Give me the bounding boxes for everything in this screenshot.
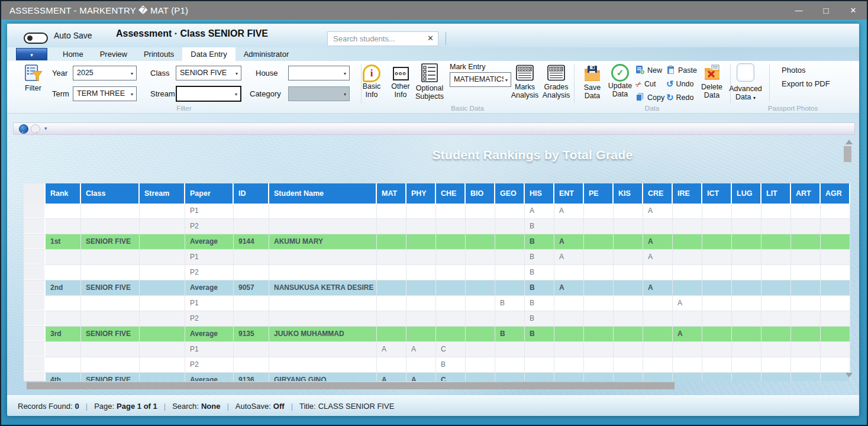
grid-cell[interactable] [554,373,584,381]
grid-cell[interactable] [732,373,761,381]
grid-cell[interactable] [495,311,525,326]
grid-cell[interactable] [377,204,406,218]
grid-cell[interactable] [525,357,554,372]
grid-cell[interactable] [761,234,791,249]
back-button[interactable]: ← [19,124,28,134]
grid-cell[interactable] [495,250,525,264]
grid-cell[interactable] [81,265,140,280]
grid-cell[interactable] [406,311,436,326]
grid-cell[interactable] [673,204,702,218]
grid-cell[interactable]: Average [185,234,234,249]
grid-cell[interactable] [584,250,614,264]
grid-cell[interactable] [406,234,436,249]
grid-cell[interactable]: A [377,373,406,381]
grid-cell[interactable] [377,250,406,264]
grid-cell[interactable] [406,296,436,311]
grid-cell[interactable] [821,234,850,249]
grid-cell[interactable] [614,327,643,341]
grid-cell[interactable] [406,250,436,264]
grid-cell[interactable] [584,296,614,311]
grid-cell[interactable] [702,342,732,357]
grid-cell[interactable] [406,357,436,372]
tab-administrator[interactable]: Administrator [235,47,298,61]
search-clear-icon[interactable]: ✕ [427,34,434,43]
close-button[interactable]: ✕ [840,1,867,20]
grid-cell[interactable]: B [525,219,554,234]
grid-cell[interactable] [761,250,791,264]
house-select[interactable]: ▾ [288,66,350,80]
grid-cell[interactable] [436,327,466,341]
grid-cell[interactable] [791,204,821,218]
grid-cell[interactable] [761,280,791,295]
cut-button[interactable]: ✂ Cut [635,79,656,89]
forward-button[interactable]: → [31,124,40,134]
grid-cell[interactable] [466,265,495,280]
grid-cell[interactable] [140,373,185,381]
row-header-cell[interactable] [24,311,46,326]
grid-cell[interactable] [614,296,643,311]
grid-cell[interactable] [614,219,643,234]
grid-cell[interactable] [584,357,614,372]
grid-cell[interactable] [234,296,269,311]
grid-cell[interactable] [234,342,269,357]
grid-cell[interactable] [140,234,185,249]
grid-cell[interactable] [436,311,466,326]
grid-cell[interactable]: A [406,342,436,357]
grid-cell[interactable]: B [495,327,525,341]
grid-cell[interactable] [732,234,761,249]
grid-cell[interactable] [732,204,761,218]
grid-cell[interactable] [702,250,732,264]
grid-cell[interactable] [495,265,525,280]
grid-cell[interactable] [791,327,821,341]
grid-cell[interactable]: Average [185,327,234,341]
horizontal-scrollbar-thumb[interactable] [27,382,675,389]
scroll-up-arrow[interactable] [846,140,853,144]
grid-cell[interactable] [791,280,821,295]
grid-cell[interactable]: P1 [185,342,234,357]
grid-cell[interactable] [46,342,81,357]
grid-cell[interactable] [377,265,406,280]
grid-cell[interactable] [525,342,554,357]
nav-history-dropdown[interactable]: ▾ [44,125,47,131]
grid-cell[interactable] [406,327,436,341]
undo-button[interactable]: ↺ Undo [666,79,693,89]
grid-cell[interactable] [791,357,821,372]
grid-cell[interactable] [269,342,377,357]
grid-cell[interactable] [140,265,185,280]
grid-cell[interactable] [554,327,584,341]
app-menu-button[interactable]: ▾ [16,48,47,60]
grid-cell[interactable] [673,250,702,264]
grid-cell[interactable] [791,219,821,234]
grid-cell[interactable] [584,327,614,341]
grid-cell[interactable] [761,342,791,357]
minimize-button[interactable]: — [785,1,812,20]
scroll-down-arrow[interactable] [846,373,853,377]
grid-cell[interactable] [821,357,850,372]
grid-cell[interactable] [377,280,406,295]
grid-cell[interactable] [821,265,850,280]
grid-cell[interactable] [46,296,81,311]
grid-cell[interactable] [584,342,614,357]
grid-cell[interactable] [466,280,495,295]
column-header-art[interactable]: ART [791,183,821,204]
grid-cell[interactable] [821,327,850,341]
grid-cell[interactable]: 9135 [234,327,269,341]
grid-cell[interactable]: NANSUKUSA KETRA DESIRE [269,280,377,295]
column-header-mat[interactable]: MAT [377,183,406,204]
grid-cell[interactable] [466,311,495,326]
grid-cell[interactable] [436,250,466,264]
grid-cell[interactable] [436,265,466,280]
grid-cell[interactable]: A [377,342,406,357]
grid-cell[interactable]: GIRYANG GINO [269,373,377,381]
grid-cell[interactable] [269,265,377,280]
grid-cell[interactable]: 4th [46,373,81,381]
grid-cell[interactable] [269,204,377,218]
grid-cell[interactable] [436,296,466,311]
column-header-che[interactable]: CHE [436,183,466,204]
row-header-cell[interactable] [24,327,46,341]
grid-cell[interactable]: A [643,280,673,295]
grid-cell[interactable] [466,296,495,311]
grid-cell[interactable] [140,219,185,234]
autosave-toggle[interactable] [24,33,48,44]
grid-cell[interactable] [81,250,140,264]
